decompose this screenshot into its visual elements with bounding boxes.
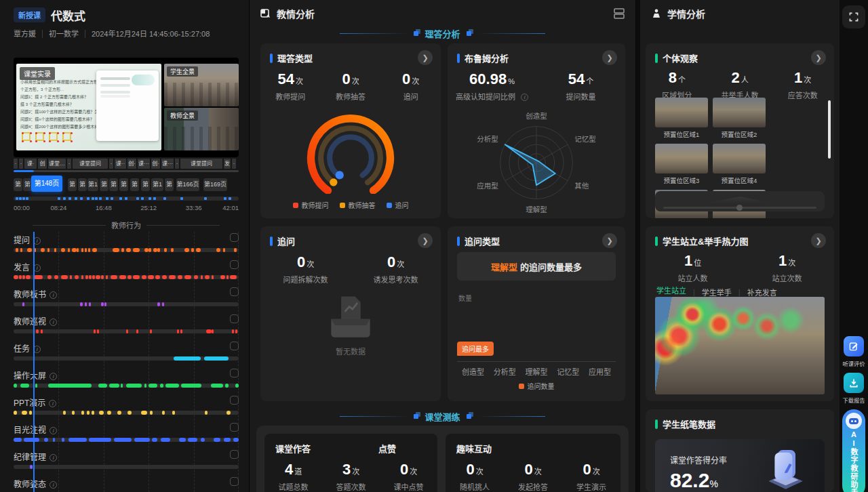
track-bar[interactable] <box>14 411 239 415</box>
video-segment[interactable]: 课堂提问 <box>73 159 108 169</box>
track-checkbox[interactable] <box>230 260 239 269</box>
track-bar[interactable] <box>14 329 239 333</box>
page-marker[interactable]: 第 <box>130 178 139 191</box>
track-bar[interactable] <box>14 438 239 442</box>
preset-thumbnail[interactable]: 预置位区域1 <box>655 98 708 139</box>
video-segment[interactable]: 创· <box>151 159 160 169</box>
track-dot <box>181 384 201 388</box>
track-dot <box>141 411 147 415</box>
track-bar[interactable] <box>14 275 239 279</box>
info-icon[interactable]: i <box>50 373 57 380</box>
video-segment[interactable]: · <box>109 159 113 169</box>
section-response-analysis: 理答分析 <box>250 27 635 40</box>
chevron-right-button[interactable]: ❯ <box>602 50 617 65</box>
page-marker[interactable]: 第 <box>14 178 22 191</box>
video-player[interactable]: 课堂实录 小棒用长度相同的木棒按图示方式搭正方形，分个正方形，3 个正方形…问题… <box>14 58 239 157</box>
evaluate-icon <box>844 336 864 356</box>
chevron-right-button[interactable]: ❯ <box>811 50 826 65</box>
preset-thumbnail[interactable]: 预置位区域3 <box>655 144 708 185</box>
track-checkbox[interactable] <box>230 314 239 323</box>
info-icon[interactable]: i <box>33 264 41 272</box>
evaluate-button[interactable]: 听课评价 <box>840 336 868 368</box>
slide-video[interactable]: 课堂实录 小棒用长度相同的木棒按图示方式搭正方形，分个正方形，3 个正方形…问题… <box>16 64 161 150</box>
track-bar[interactable] <box>14 465 239 469</box>
track-dot <box>14 438 22 442</box>
time-label: 08:24 <box>51 204 67 211</box>
video-segment[interactable]: · <box>232 159 236 169</box>
info-icon[interactable]: i <box>50 291 57 299</box>
track-checkbox[interactable] <box>230 396 239 405</box>
page-marker[interactable]: 第1 <box>151 178 163 191</box>
video-segment-bar[interactable]: ··课·创课堂…·课堂提问·课··创·课···创·课····课堂提问发· <box>14 159 239 169</box>
video-segment[interactable]: · <box>175 159 179 169</box>
info-icon[interactable]: i <box>50 319 57 326</box>
scrollbar-knob[interactable] <box>736 205 743 211</box>
video-segment[interactable]: 创· <box>127 159 136 169</box>
video-segment[interactable]: · <box>14 159 18 169</box>
page-marker[interactable]: 第 <box>78 178 87 191</box>
time-label: 00:00 <box>14 204 30 211</box>
timeline-tick-bar[interactable] <box>14 197 239 201</box>
track-checkbox[interactable] <box>230 233 239 242</box>
layout-toggle-icon[interactable] <box>612 7 626 20</box>
video-segment[interactable]: 课堂提问 <box>180 159 222 169</box>
video-segment[interactable]: · <box>19 159 23 169</box>
info-icon[interactable]: i <box>521 94 528 101</box>
page-marker[interactable]: 第 <box>141 178 150 191</box>
class-test-container: 课堂作答 点赞 4道试题总数 3次答题次数 0次课中点赞 趣味互动 0次随机挑人… <box>256 426 629 492</box>
info-icon[interactable]: i <box>33 237 41 245</box>
info-icon[interactable]: i <box>49 400 56 407</box>
track-checkbox[interactable] <box>230 477 239 486</box>
track-checkbox[interactable] <box>230 423 239 432</box>
track-bar[interactable] <box>14 248 239 252</box>
timeline-tick <box>58 197 60 200</box>
track-bar[interactable] <box>14 356 239 361</box>
evaluate-label: 听课评价 <box>841 360 867 368</box>
video-segment[interactable]: 课··· <box>161 159 174 169</box>
page-marker[interactable]: 第 <box>165 178 174 191</box>
page-marker[interactable]: 第1 <box>87 178 98 191</box>
video-segment[interactable]: · <box>67 159 71 169</box>
info-icon[interactable]: i <box>33 346 41 353</box>
page-marker[interactable]: 第 <box>68 178 77 191</box>
fullscreen-button[interactable] <box>842 5 865 28</box>
track-bar[interactable] <box>14 384 239 388</box>
track-checkbox[interactable] <box>230 287 239 296</box>
track-checkbox[interactable] <box>230 342 239 350</box>
track-checkbox[interactable] <box>230 450 239 459</box>
video-segment[interactable]: 课堂… <box>48 159 66 169</box>
tab-3[interactable]: 补充发言 <box>747 287 777 298</box>
page-marker[interactable]: 第 <box>119 178 128 191</box>
video-segment[interactable]: 课··· <box>138 159 150 169</box>
chevron-right-button[interactable]: ❯ <box>418 50 433 65</box>
track-dot <box>212 329 214 333</box>
card-scrollbar[interactable] <box>828 100 831 159</box>
track-bar[interactable] <box>14 302 239 306</box>
video-progress-bar[interactable] <box>14 170 239 172</box>
chevron-right-button[interactable]: ❯ <box>811 233 826 248</box>
preset-thumbnail[interactable]: 预置位区域4 <box>713 144 766 185</box>
video-segment[interactable]: 发 <box>224 159 231 169</box>
tab-2[interactable]: 学生举手 <box>702 287 732 298</box>
download-report-button[interactable]: 下载报告 <box>840 373 868 405</box>
video-segment[interactable]: 课·· <box>115 159 126 169</box>
page-marker[interactable]: 第166页 <box>176 178 199 191</box>
video-segment[interactable]: 创 <box>38 159 47 169</box>
preset-thumbnail[interactable]: 预置位区域2 <box>713 98 766 139</box>
info-icon[interactable]: i <box>50 481 57 489</box>
video-segment[interactable]: 课· <box>24 159 37 169</box>
info-icon[interactable]: i <box>50 454 57 462</box>
info-icon[interactable]: i <box>50 427 57 434</box>
page-marker[interactable]: 第 <box>100 178 108 191</box>
track-checkbox[interactable] <box>230 369 239 377</box>
collapsed-row[interactable] <box>655 191 825 211</box>
page-marker[interactable]: 第148页 <box>31 176 62 192</box>
chevron-right-button[interactable]: ❯ <box>602 233 617 248</box>
student-panorama-video[interactable]: 学生全景 <box>164 64 239 106</box>
teacher-panorama-video[interactable]: 教师全景 <box>164 108 239 150</box>
page-marker[interactable]: 第169页 <box>203 178 227 191</box>
page-marker[interactable]: 第 <box>109 178 118 191</box>
ai-assistant-button[interactable]: AI数字教研助手 <box>842 409 865 492</box>
track-dot <box>126 384 142 388</box>
chevron-right-button[interactable]: ❯ <box>418 233 433 248</box>
